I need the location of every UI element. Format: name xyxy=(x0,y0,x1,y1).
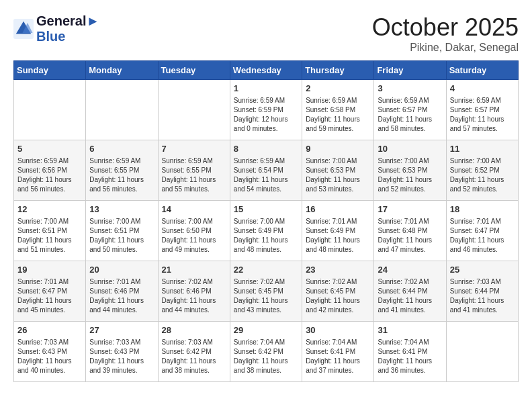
day-info: Sunrise: 7:03 AM Sunset: 6:42 PM Dayligh… xyxy=(162,338,226,375)
day-info: Sunrise: 7:00 AM Sunset: 6:53 PM Dayligh… xyxy=(306,156,370,194)
day-info: Sunrise: 7:02 AM Sunset: 6:44 PM Dayligh… xyxy=(378,277,442,315)
day-number: 2 xyxy=(306,83,370,95)
day-number: 10 xyxy=(378,143,442,155)
col-header-wednesday: Wednesday xyxy=(230,61,302,80)
col-header-friday: Friday xyxy=(374,61,446,80)
location-subtitle: Pikine, Dakar, Senegal xyxy=(372,42,519,54)
day-info: Sunrise: 7:00 AM Sunset: 6:51 PM Dayligh… xyxy=(17,217,82,255)
day-info: Sunrise: 7:01 AM Sunset: 6:46 PM Dayligh… xyxy=(89,277,154,315)
calendar-cell xyxy=(86,80,158,140)
day-info: Sunrise: 7:00 AM Sunset: 6:53 PM Dayligh… xyxy=(378,156,442,194)
col-header-tuesday: Tuesday xyxy=(158,61,230,80)
day-number: 27 xyxy=(89,324,154,336)
day-number: 25 xyxy=(450,264,515,276)
calendar-cell: 14Sunrise: 7:00 AM Sunset: 6:50 PM Dayli… xyxy=(158,201,230,261)
day-info: Sunrise: 7:00 AM Sunset: 6:52 PM Dayligh… xyxy=(450,156,515,194)
day-number: 4 xyxy=(450,83,515,95)
day-number: 28 xyxy=(162,324,226,336)
day-info: Sunrise: 7:01 AM Sunset: 6:49 PM Dayligh… xyxy=(306,217,370,255)
calendar-cell xyxy=(158,80,230,140)
logo-icon xyxy=(13,19,34,39)
week-row-1: 1Sunrise: 6:59 AM Sunset: 6:59 PM Daylig… xyxy=(14,80,519,140)
week-row-2: 5Sunrise: 6:59 AM Sunset: 6:56 PM Daylig… xyxy=(14,140,519,201)
calendar-cell: 31Sunrise: 7:04 AM Sunset: 6:41 PM Dayli… xyxy=(374,322,446,382)
days-header-row: SundayMondayTuesdayWednesdayThursdayFrid… xyxy=(14,61,519,80)
day-number: 24 xyxy=(378,264,442,276)
day-number: 20 xyxy=(89,264,154,276)
day-number: 29 xyxy=(234,324,298,336)
day-number: 7 xyxy=(162,143,226,155)
calendar-cell: 15Sunrise: 7:00 AM Sunset: 6:49 PM Dayli… xyxy=(230,201,302,261)
calendar-cell: 10Sunrise: 7:00 AM Sunset: 6:53 PM Dayli… xyxy=(374,140,446,201)
day-number: 5 xyxy=(17,143,82,155)
day-info: Sunrise: 7:02 AM Sunset: 6:45 PM Dayligh… xyxy=(234,277,298,315)
calendar-cell: 21Sunrise: 7:02 AM Sunset: 6:46 PM Dayli… xyxy=(158,261,230,322)
calendar-cell xyxy=(446,322,518,382)
calendar-cell: 29Sunrise: 7:04 AM Sunset: 6:42 PM Dayli… xyxy=(230,322,302,382)
calendar-cell: 5Sunrise: 6:59 AM Sunset: 6:56 PM Daylig… xyxy=(14,140,86,201)
calendar-cell: 26Sunrise: 7:03 AM Sunset: 6:43 PM Dayli… xyxy=(14,322,86,382)
day-number: 16 xyxy=(306,203,370,216)
day-info: Sunrise: 7:02 AM Sunset: 6:45 PM Dayligh… xyxy=(306,277,370,315)
day-info: Sunrise: 7:00 AM Sunset: 6:50 PM Dayligh… xyxy=(162,217,226,255)
day-info: Sunrise: 6:59 AM Sunset: 6:58 PM Dayligh… xyxy=(306,96,370,134)
day-info: Sunrise: 7:01 AM Sunset: 6:47 PM Dayligh… xyxy=(17,277,82,315)
day-info: Sunrise: 7:03 AM Sunset: 6:43 PM Dayligh… xyxy=(17,338,82,375)
day-info: Sunrise: 7:01 AM Sunset: 6:47 PM Dayligh… xyxy=(450,217,515,255)
day-number: 3 xyxy=(378,83,442,95)
calendar-cell: 9Sunrise: 7:00 AM Sunset: 6:53 PM Daylig… xyxy=(302,140,374,201)
calendar-cell: 17Sunrise: 7:01 AM Sunset: 6:48 PM Dayli… xyxy=(374,201,446,261)
day-number: 9 xyxy=(306,143,370,155)
week-row-5: 26Sunrise: 7:03 AM Sunset: 6:43 PM Dayli… xyxy=(14,322,519,382)
calendar-cell: 25Sunrise: 7:03 AM Sunset: 6:44 PM Dayli… xyxy=(446,261,518,322)
day-info: Sunrise: 6:59 AM Sunset: 6:57 PM Dayligh… xyxy=(378,96,442,134)
day-number: 6 xyxy=(89,143,154,155)
day-number: 22 xyxy=(234,264,298,276)
day-number: 30 xyxy=(306,324,370,336)
calendar-cell: 13Sunrise: 7:00 AM Sunset: 6:51 PM Dayli… xyxy=(86,201,158,261)
calendar-cell: 22Sunrise: 7:02 AM Sunset: 6:45 PM Dayli… xyxy=(230,261,302,322)
day-info: Sunrise: 6:59 AM Sunset: 6:57 PM Dayligh… xyxy=(450,96,515,134)
day-info: Sunrise: 7:01 AM Sunset: 6:48 PM Dayligh… xyxy=(378,217,442,255)
day-info: Sunrise: 7:04 AM Sunset: 6:41 PM Dayligh… xyxy=(378,338,442,375)
day-number: 17 xyxy=(378,203,442,216)
calendar-cell: 28Sunrise: 7:03 AM Sunset: 6:42 PM Dayli… xyxy=(158,322,230,382)
calendar-cell: 11Sunrise: 7:00 AM Sunset: 6:52 PM Dayli… xyxy=(446,140,518,201)
day-number: 1 xyxy=(234,83,298,95)
calendar-cell: 24Sunrise: 7:02 AM Sunset: 6:44 PM Dayli… xyxy=(374,261,446,322)
calendar-table: SundayMondayTuesdayWednesdayThursdayFrid… xyxy=(13,60,519,382)
calendar-cell: 1Sunrise: 6:59 AM Sunset: 6:59 PM Daylig… xyxy=(230,80,302,140)
day-number: 15 xyxy=(234,203,298,216)
calendar-cell: 7Sunrise: 6:59 AM Sunset: 6:55 PM Daylig… xyxy=(158,140,230,201)
calendar-cell: 23Sunrise: 7:02 AM Sunset: 6:45 PM Dayli… xyxy=(302,261,374,322)
day-info: Sunrise: 7:04 AM Sunset: 6:42 PM Dayligh… xyxy=(234,338,298,375)
day-info: Sunrise: 6:59 AM Sunset: 6:56 PM Dayligh… xyxy=(17,156,82,194)
day-info: Sunrise: 6:59 AM Sunset: 6:55 PM Dayligh… xyxy=(89,156,154,194)
day-number: 19 xyxy=(17,264,82,276)
calendar-cell: 19Sunrise: 7:01 AM Sunset: 6:47 PM Dayli… xyxy=(14,261,86,322)
day-number: 13 xyxy=(89,203,154,216)
logo-text: General► Blue xyxy=(36,13,99,44)
day-info: Sunrise: 7:04 AM Sunset: 6:41 PM Dayligh… xyxy=(306,338,370,375)
day-info: Sunrise: 6:59 AM Sunset: 6:54 PM Dayligh… xyxy=(234,156,298,194)
day-info: Sunrise: 7:00 AM Sunset: 6:49 PM Dayligh… xyxy=(234,217,298,255)
calendar-cell: 30Sunrise: 7:04 AM Sunset: 6:41 PM Dayli… xyxy=(302,322,374,382)
day-info: Sunrise: 7:03 AM Sunset: 6:43 PM Dayligh… xyxy=(89,338,154,375)
col-header-monday: Monday xyxy=(86,61,158,80)
page-header: General► Blue October 2025 Pikine, Dakar… xyxy=(13,13,519,54)
calendar-cell: 4Sunrise: 6:59 AM Sunset: 6:57 PM Daylig… xyxy=(446,80,518,140)
day-info: Sunrise: 7:02 AM Sunset: 6:46 PM Dayligh… xyxy=(162,277,226,315)
day-number: 23 xyxy=(306,264,370,276)
calendar-cell: 2Sunrise: 6:59 AM Sunset: 6:58 PM Daylig… xyxy=(302,80,374,140)
day-number: 12 xyxy=(17,203,82,216)
day-number: 8 xyxy=(234,143,298,155)
day-info: Sunrise: 7:00 AM Sunset: 6:51 PM Dayligh… xyxy=(89,217,154,255)
col-header-saturday: Saturday xyxy=(446,61,518,80)
calendar-cell: 27Sunrise: 7:03 AM Sunset: 6:43 PM Dayli… xyxy=(86,322,158,382)
col-header-sunday: Sunday xyxy=(14,61,86,80)
calendar-cell: 12Sunrise: 7:00 AM Sunset: 6:51 PM Dayli… xyxy=(14,201,86,261)
day-number: 18 xyxy=(450,203,515,216)
calendar-cell: 8Sunrise: 6:59 AM Sunset: 6:54 PM Daylig… xyxy=(230,140,302,201)
calendar-cell xyxy=(14,80,86,140)
calendar-cell: 6Sunrise: 6:59 AM Sunset: 6:55 PM Daylig… xyxy=(86,140,158,201)
